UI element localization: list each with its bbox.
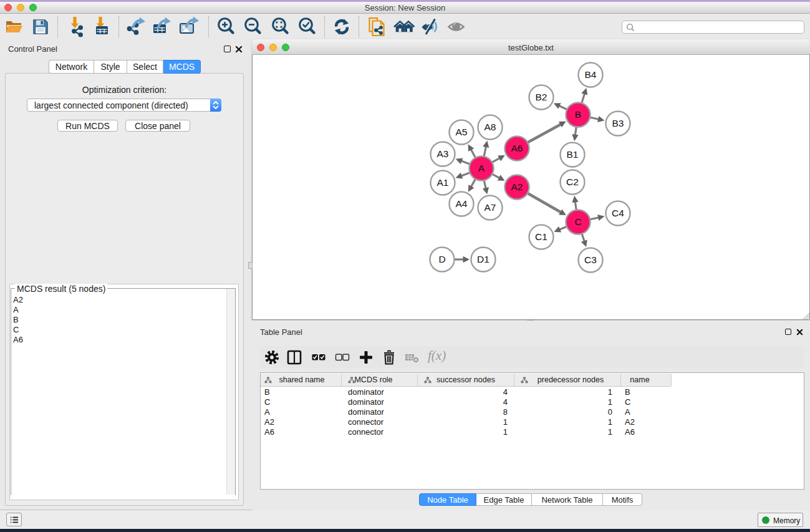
svg-text:B1: B1 — [567, 149, 579, 160]
svg-text:C: C — [574, 216, 581, 227]
svg-text:D1: D1 — [477, 254, 489, 264]
svg-text:A3: A3 — [437, 148, 449, 159]
svg-text:A2: A2 — [511, 181, 523, 192]
svg-text:A6: A6 — [511, 143, 523, 153]
svg-text:A5: A5 — [456, 127, 468, 137]
svg-text:B: B — [575, 109, 581, 120]
svg-text:A: A — [478, 163, 485, 173]
svg-text:A1: A1 — [437, 177, 449, 188]
svg-text:A4: A4 — [456, 198, 468, 209]
svg-text:D: D — [438, 254, 445, 264]
svg-text:A7: A7 — [485, 202, 496, 213]
svg-text:B3: B3 — [612, 118, 624, 128]
svg-text:C2: C2 — [566, 177, 579, 187]
svg-text:C3: C3 — [584, 254, 597, 265]
svg-text:A8: A8 — [485, 122, 496, 132]
svg-text:B2: B2 — [536, 92, 547, 102]
svg-text:B4: B4 — [585, 69, 597, 80]
svg-text:C1: C1 — [535, 231, 547, 242]
svg-text:C4: C4 — [612, 208, 624, 218]
